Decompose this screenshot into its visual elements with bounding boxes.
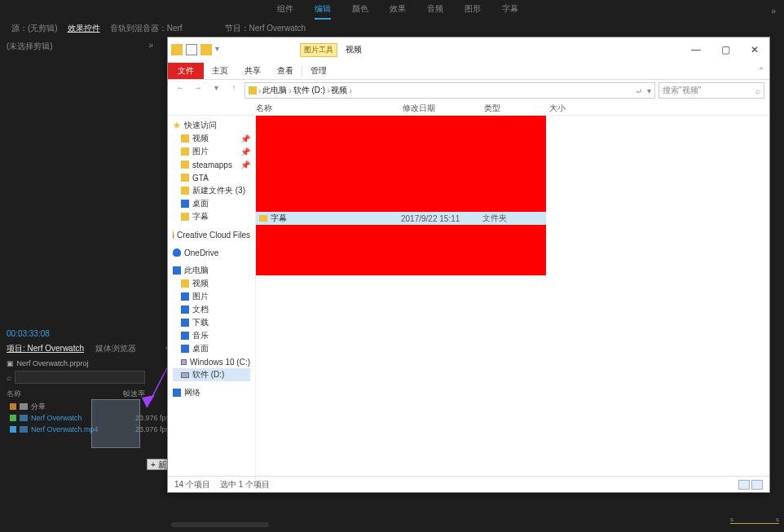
menu-item[interactable]: 音频: [427, 3, 443, 20]
maximize-button[interactable]: ▢: [711, 44, 740, 55]
project-file-name: Nerf Overwatch.prproj: [17, 359, 89, 367]
col-date[interactable]: 修改日期: [403, 103, 484, 114]
breadcrumb[interactable]: 软件 (D:): [293, 85, 325, 96]
qat-icon[interactable]: [186, 44, 197, 55]
video-icon: [20, 426, 28, 433]
forward-button[interactable]: →: [191, 83, 205, 98]
manage-tab[interactable]: 管理: [302, 65, 335, 77]
overflow-arrow-icon[interactable]: »: [771, 7, 776, 15]
nav-pane[interactable]: 快速访问 视频📌 图片📌 steamapps📌 GTA 新建文件夹 (3) 桌面…: [168, 116, 256, 482]
file-row-selected[interactable]: 字幕 2017/9/22 15:11 文件夹: [256, 212, 546, 225]
window-title: 视频: [346, 44, 362, 55]
nav-item[interactable]: 图片📌: [173, 145, 250, 158]
ribbon: 文件 主页 共享 查看 管理 ⌃: [168, 62, 769, 80]
qat-dropdown-icon[interactable]: ▾: [215, 44, 227, 55]
bin-row[interactable]: 分章: [7, 401, 170, 412]
nav-item[interactable]: 桌面: [173, 342, 250, 355]
menu-item[interactable]: 颜色: [352, 3, 368, 20]
sequence-icon: [20, 415, 28, 421]
address-bar[interactable]: › 此电脑 › 软件 (D:) › 视频 › ⤾ ▾: [244, 82, 655, 99]
nav-item[interactable]: 图片: [173, 290, 250, 303]
nav-item[interactable]: Windows 10 (C:): [173, 355, 250, 368]
search-input[interactable]: 搜索"视频" ⌕: [658, 82, 764, 99]
panel-tabs: 源：(无剪辑) 效果控件 音轨到混音器：Nerf 节目：Nerf Overwat…: [0, 23, 784, 37]
nav-item[interactable]: 桌面: [173, 197, 250, 210]
breadcrumb[interactable]: 视频: [331, 85, 347, 96]
back-button[interactable]: ←: [173, 83, 187, 98]
tab-effect-controls[interactable]: 效果控件: [68, 23, 100, 37]
up-button[interactable]: ↑: [227, 83, 241, 98]
search-icon[interactable]: ⌕: [7, 373, 11, 382]
file-list[interactable]: 字幕 2017/9/22 15:11 文件夹: [256, 116, 769, 482]
col-fps[interactable]: 帧速率: [96, 389, 145, 399]
contextual-tab[interactable]: 图片工具: [300, 43, 337, 57]
file-type: 文件夹: [482, 213, 507, 224]
sequence-row[interactable]: Nerf Overwatch 23.976 fps: [7, 412, 170, 424]
nav-item[interactable]: 视频: [173, 277, 250, 290]
nav-item[interactable]: 文档: [173, 303, 250, 316]
history-dropdown-icon[interactable]: ▾: [209, 83, 223, 98]
nav-item[interactable]: 视频📌: [173, 132, 250, 145]
timecode[interactable]: 00:03:33:08: [7, 329, 170, 338]
nav-item[interactable]: 音乐: [173, 329, 250, 342]
column-headers[interactable]: 名称 修改日期 类型 大小: [168, 101, 769, 116]
status-bar: 14 个项目 选中 1 个项目: [168, 476, 769, 492]
collapse-ribbon-icon[interactable]: ⌃: [758, 66, 769, 75]
search-icon: ⌕: [755, 86, 760, 95]
col-size[interactable]: 大小: [549, 103, 598, 114]
label-swatch: [10, 426, 16, 433]
breadcrumb[interactable]: 此电脑: [262, 85, 287, 96]
menu-item[interactable]: 字幕: [502, 3, 518, 20]
tab-project[interactable]: 项目: Nerf Overwatch: [7, 343, 84, 354]
view-tab[interactable]: 查看: [269, 65, 302, 77]
menu-item[interactable]: 图形: [465, 3, 481, 20]
nav-item[interactable]: 下载: [173, 316, 250, 329]
menu-item[interactable]: 组件: [277, 3, 293, 20]
redacted-block: [256, 116, 546, 212]
details-view-icon[interactable]: [738, 480, 750, 490]
nav-network[interactable]: 网络: [173, 386, 250, 399]
folder-icon: [249, 86, 257, 95]
selected-count: 选中 1 个项目: [220, 479, 270, 490]
col-type[interactable]: 类型: [484, 103, 549, 114]
tab-source[interactable]: 源：(无剪辑): [11, 23, 58, 37]
title-bar[interactable]: ▾ 图片工具 视频 — ▢ ✕: [168, 37, 769, 62]
col-name[interactable]: 名称: [256, 103, 403, 114]
address-dropdown-icon[interactable]: ▾: [647, 86, 651, 95]
refresh-icon[interactable]: ⤾: [636, 86, 642, 95]
nav-this-pc[interactable]: 此电脑: [173, 264, 250, 277]
workspace-menu[interactable]: 组件 编辑 颜色 效果 音频 图形 字幕: [0, 3, 784, 20]
label-swatch: [10, 403, 16, 410]
file-explorer-window[interactable]: ▾ 图片工具 视频 — ▢ ✕ 文件 主页 共享 查看 管理 ⌃ ← → ▾ ↑…: [167, 37, 770, 493]
nav-onedrive[interactable]: OneDrive: [173, 246, 250, 259]
tab-media-browser[interactable]: 媒体浏览器: [95, 343, 136, 354]
nav-item[interactable]: 字幕: [173, 210, 250, 223]
nav-creative-cloud[interactable]: Creative Cloud Files: [173, 228, 250, 241]
icons-view-icon[interactable]: [751, 480, 763, 490]
col-name[interactable]: 名称: [7, 389, 96, 399]
minimize-button[interactable]: —: [681, 44, 711, 55]
share-tab[interactable]: 共享: [236, 65, 269, 77]
qat-icon[interactable]: [200, 44, 212, 55]
close-button[interactable]: ✕: [740, 44, 769, 55]
home-tab[interactable]: 主页: [204, 65, 236, 77]
label-swatch: [10, 415, 16, 421]
menu-item[interactable]: 编辑: [315, 3, 331, 20]
project-search-input[interactable]: [15, 371, 145, 384]
nav-item[interactable]: GTA: [173, 171, 250, 184]
clip-row[interactable]: Nerf Overwatch.mp4 23.976 fps: [7, 424, 170, 435]
timeline-scale: ss: [730, 516, 779, 529]
file-tab[interactable]: 文件: [168, 63, 204, 79]
tab-audio-mixer[interactable]: 音轨到混音器：Nerf: [110, 23, 183, 37]
nav-item-selected[interactable]: 软件 (D:): [173, 368, 250, 381]
nav-item[interactable]: steamapps📌: [173, 158, 250, 171]
nav-quick-access[interactable]: 快速访问: [173, 119, 250, 132]
tab-program[interactable]: 节目：Nerf Overwatch: [225, 23, 306, 37]
nav-item[interactable]: 新建文件夹 (3): [173, 184, 250, 197]
timeline-zoom-slider[interactable]: [171, 522, 269, 527]
folder-icon: [259, 215, 267, 222]
file-name: 字幕: [271, 213, 401, 224]
project-panel: 00:03:33:08 项目: Nerf Overwatch 媒体浏览器 » ▣…: [7, 329, 170, 492]
menu-item[interactable]: 效果: [390, 3, 406, 20]
project-icon: ▣: [7, 359, 15, 367]
